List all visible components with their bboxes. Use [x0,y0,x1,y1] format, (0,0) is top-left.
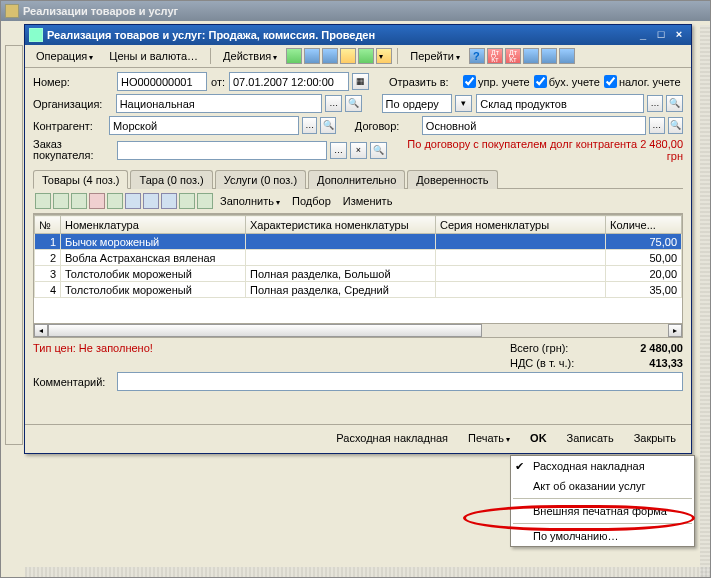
bo-select-button[interactable]: … [330,142,347,159]
copy-row-icon[interactable] [107,193,123,209]
goto-menu[interactable]: Перейти [403,47,467,65]
contract-warning: По договору с покупателем долг контраген… [407,138,683,162]
order-dd-button[interactable]: ▾ [455,95,472,112]
tab-services[interactable]: Услуги (0 поз.) [215,170,306,189]
sort-asc-icon[interactable] [179,193,195,209]
contr-open-button[interactable]: 🔍 [320,117,336,134]
comment-input[interactable] [117,372,683,391]
parent-title-text: Реализации товаров и услуг [23,5,178,17]
col-quantity[interactable]: Количе... [606,216,682,234]
dtkt2-icon[interactable]: ДтКт [505,48,521,64]
contr-label: Контрагент: [33,120,105,132]
org-input[interactable] [116,94,323,113]
minimize-button[interactable]: _ [635,28,651,42]
tab-proxy[interactable]: Доверенность [407,170,497,189]
help-icon[interactable]: ? [469,48,485,64]
structure-icon[interactable] [376,48,392,64]
scroll-thumb[interactable] [48,324,482,337]
table-row[interactable]: 4 Толстолобик мороженый Полная разделка,… [35,282,682,298]
bukh-check[interactable]: бух. учете [534,75,600,88]
table-row[interactable]: 1 Бычок мороженый 75,00 [35,234,682,250]
contract-input[interactable] [422,116,646,135]
maximize-button[interactable]: □ [653,28,669,42]
tab-goods[interactable]: Товары (4 поз.) [33,170,128,189]
parent-window-title: Реализации товаров и услуг [1,1,710,21]
org-open-button[interactable]: 🔍 [345,95,362,112]
scroll-right-button[interactable]: ▸ [668,324,682,337]
post2-icon[interactable] [340,48,356,64]
move-up-icon[interactable] [125,193,141,209]
insert-row-icon[interactable] [53,193,69,209]
move-down2-icon[interactable] [161,193,177,209]
wh-select-button[interactable]: … [647,95,664,112]
invoice-button[interactable]: Расходная накладная [327,429,457,449]
menu-invoice[interactable]: ✔ Расходная накладная [511,456,694,476]
print-button[interactable]: Печать [459,429,519,449]
close-doc-button[interactable]: Закрыть [625,429,685,449]
menu-act[interactable]: Акт об оказании услуг [511,476,694,496]
number-input[interactable] [117,72,207,91]
grid-toolbar: Заполнить Подбор Изменить [33,189,683,214]
col-series[interactable]: Серия номенклатуры [436,216,606,234]
tab-tare[interactable]: Тара (0 поз.) [130,170,212,189]
col-nomenclature[interactable]: Номенклатура [61,216,246,234]
menu-default[interactable]: По умолчанию… [511,526,694,546]
tab-extra[interactable]: Дополнительно [308,170,405,189]
titlebar: Реализация товаров и услуг: Продажа, ком… [25,25,691,45]
operation-menu[interactable]: Операция [29,47,100,65]
col-n[interactable]: № [35,216,61,234]
grid-scrollbar[interactable]: ◂ ▸ [33,324,683,338]
contr-select-button[interactable]: … [302,117,318,134]
select-button[interactable]: Подбор [287,192,336,210]
post-icon[interactable] [286,48,302,64]
window-title: Реализация товаров и услуг: Продажа, ком… [47,29,375,41]
find-icon[interactable] [523,48,539,64]
buyer-order-label: Заказ покупателя: [33,139,113,161]
sort-desc-icon[interactable] [197,193,213,209]
date-input[interactable] [229,72,349,91]
scroll-left-button[interactable]: ◂ [34,324,48,337]
prices-menu[interactable]: Цены и валюта… [102,47,205,65]
save-button[interactable]: Записать [558,429,623,449]
bo-clear-button[interactable]: × [350,142,367,159]
totals: Всего (грн): 2 480,00 [510,342,683,354]
wh-open-button[interactable]: 🔍 [666,95,683,112]
add-row-icon[interactable] [35,193,51,209]
contract-open-button[interactable]: 🔍 [668,117,684,134]
buyer-order-input[interactable] [117,141,327,160]
date-picker-button[interactable]: ▦ [352,73,369,90]
contract-select-button[interactable]: … [649,117,665,134]
settings-icon[interactable] [541,48,557,64]
dtkt1-icon[interactable]: ДтКт [487,48,503,64]
bo-open-button[interactable]: 🔍 [370,142,387,159]
menu-external[interactable]: Внешняя печатная форма [511,501,694,521]
move-down-icon[interactable] [143,193,159,209]
table-row[interactable]: 3 Толстолобик мороженый Полная разделка,… [35,266,682,282]
table-row[interactable]: 2 Вобла Астраханская вяленая 50,00 [35,250,682,266]
comment-label: Комментарий: [33,376,113,388]
goods-grid[interactable]: № Номенклатура Характеристика номенклату… [33,214,683,324]
contr-input[interactable] [109,116,299,135]
org-select-button[interactable]: … [325,95,342,112]
reread-icon[interactable] [304,48,320,64]
delete-row-icon[interactable] [89,193,105,209]
fill-button[interactable]: Заполнить [215,192,285,210]
copy-icon[interactable] [322,48,338,64]
change-button[interactable]: Изменить [338,192,398,210]
price-type-warning: Тип цен: Не заполнено! [33,342,506,354]
warehouse-input[interactable] [476,94,643,113]
ok-button[interactable]: OK [521,429,556,449]
actions-menu[interactable]: Действия [216,47,284,65]
reflect-label: Отразить в: [389,76,459,88]
nalog-check[interactable]: налог. учете [604,75,681,88]
print-menu: ✔ Расходная накладная Акт об оказании ус… [510,455,695,547]
upr-check[interactable]: упр. учете [463,75,530,88]
col-characteristic[interactable]: Характеристика номенклатуры [246,216,436,234]
report-icon[interactable] [559,48,575,64]
contract-label: Договор: [355,120,418,132]
order-type-select[interactable]: По ордеру [382,94,453,113]
basedon-icon[interactable] [358,48,374,64]
edit-row-icon[interactable] [71,193,87,209]
tabs: Товары (4 поз.) Тара (0 поз.) Услуги (0 … [33,169,683,189]
close-button[interactable]: × [671,28,687,42]
